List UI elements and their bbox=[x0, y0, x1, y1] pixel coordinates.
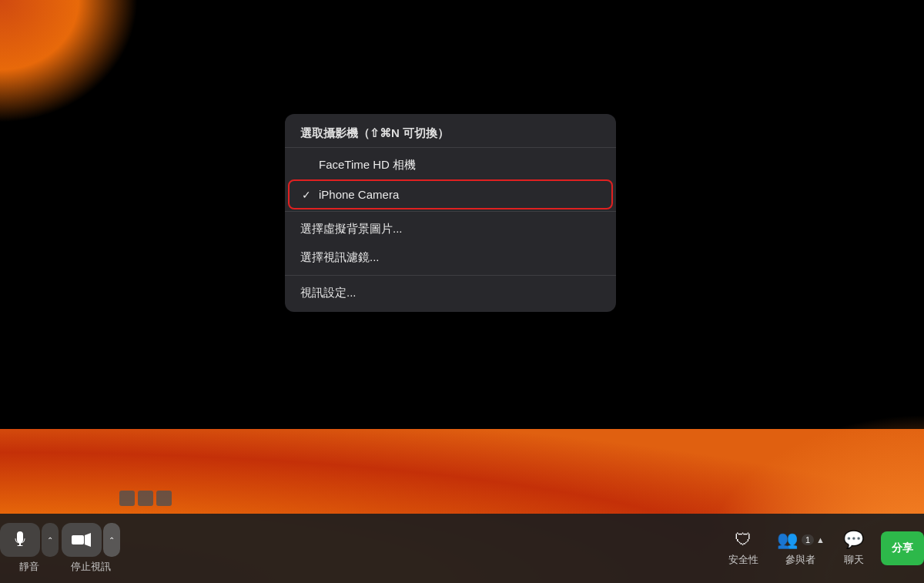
menu-item-iphone-camera[interactable]: ✓ iPhone Camera bbox=[290, 181, 611, 208]
virtual-bg-label: 選擇虛擬背景圖片... bbox=[300, 222, 403, 236]
stop-video-group: ⌃ 停止視訊 bbox=[62, 523, 120, 574]
mute-chevron-button[interactable]: ⌃ bbox=[42, 523, 59, 557]
chat-button[interactable]: 💬 聊天 bbox=[835, 527, 872, 570]
participants-label: 參與者 bbox=[785, 553, 815, 567]
menu-item-video-filter[interactable]: 選擇視訊濾鏡... bbox=[285, 243, 616, 272]
svg-marker-1 bbox=[85, 533, 91, 547]
svg-rect-0 bbox=[72, 535, 84, 544]
stop-video-label: 停止視訊 bbox=[71, 560, 111, 574]
shield-icon: 🛡 bbox=[735, 530, 752, 550]
iphone-camera-label: iPhone Camera bbox=[319, 188, 399, 201]
share-button[interactable]: 分享 bbox=[881, 531, 924, 565]
divider-2 bbox=[285, 275, 616, 276]
checkmark-iphone: ✓ bbox=[300, 189, 313, 201]
divider-1 bbox=[285, 211, 616, 212]
participants-chevron: ▲ bbox=[816, 535, 825, 544]
participants-icon-row: 👥 1 ▲ bbox=[777, 530, 825, 550]
facetime-label: FaceTime HD 相機 bbox=[319, 158, 416, 173]
video-settings-label: 視訊設定... bbox=[300, 286, 357, 300]
video-filter-label: 選擇視訊濾鏡... bbox=[300, 250, 380, 265]
stop-video-btn-row: ⌃ bbox=[62, 523, 120, 557]
participants-count: 1 bbox=[802, 534, 814, 545]
security-label: 安全性 bbox=[728, 553, 758, 567]
video-indicators bbox=[119, 491, 172, 506]
indicator-3 bbox=[156, 491, 172, 506]
security-button[interactable]: 🛡 安全性 bbox=[721, 527, 766, 570]
share-label: 分享 bbox=[892, 541, 913, 555]
participants-icon: 👥 bbox=[777, 530, 798, 550]
indicator-2 bbox=[138, 491, 153, 506]
mute-label: 靜音 bbox=[19, 560, 39, 574]
camera-select-menu: 選取攝影機（⇧⌘N 可切換） FaceTime HD 相機 ✓ iPhone C… bbox=[285, 114, 616, 312]
menu-header: 選取攝影機（⇧⌘N 可切換） bbox=[285, 119, 616, 148]
toolbar: ⌃ 靜音 ⌃ 停止視訊 🛡 安全性 👥 1 ▲ 參與者 bbox=[0, 514, 924, 583]
menu-item-virtual-bg[interactable]: 選擇虛擬背景圖片... bbox=[285, 215, 616, 243]
menu-item-video-settings[interactable]: 視訊設定... bbox=[285, 279, 616, 307]
participants-button[interactable]: 👥 1 ▲ 參與者 bbox=[769, 527, 832, 570]
indicator-1 bbox=[119, 491, 135, 506]
stop-video-button[interactable] bbox=[62, 523, 102, 557]
menu-item-facetime[interactable]: FaceTime HD 相機 bbox=[285, 151, 616, 179]
mic-icon bbox=[11, 531, 29, 549]
video-chevron-button[interactable]: ⌃ bbox=[103, 523, 120, 557]
mute-group: ⌃ 靜音 bbox=[0, 523, 59, 574]
mute-button[interactable] bbox=[0, 523, 40, 557]
mute-btn-row: ⌃ bbox=[0, 523, 59, 557]
camera-icon bbox=[72, 532, 92, 548]
chat-icon: 💬 bbox=[843, 530, 864, 550]
chat-label: 聊天 bbox=[844, 553, 864, 567]
